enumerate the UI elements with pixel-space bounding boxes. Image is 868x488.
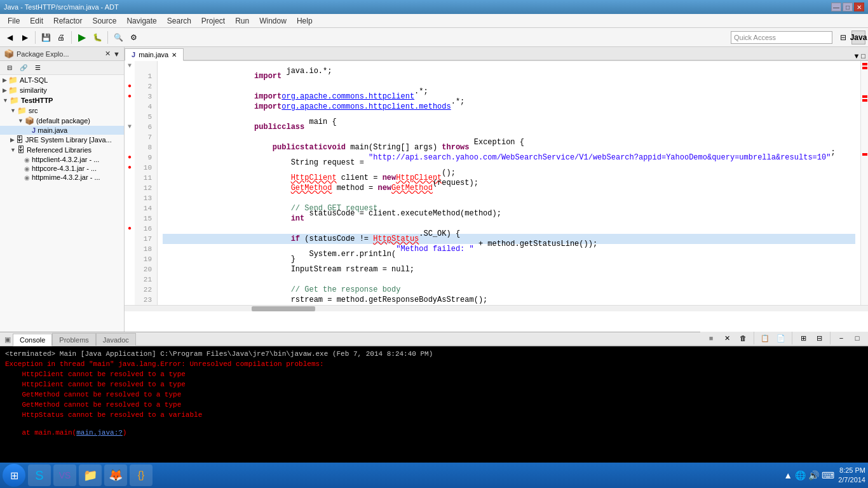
folder-icon-similarity: 📁 [8, 86, 18, 95]
sys-tray: ▲ 🌐 🔊 ⌨ [783, 470, 834, 480]
code-lines[interactable]: import java.io.*; import org.apache.comm… [158, 61, 860, 305]
code-line-2 [163, 81, 855, 92]
menu-source[interactable]: Source [87, 15, 121, 27]
editor-maximize-icon[interactable]: □ [861, 52, 865, 60]
tree-arrow-src: ▼ [10, 107, 16, 114]
menu-run[interactable]: Run [230, 15, 254, 27]
network-icon[interactable]: 🌐 [795, 470, 806, 480]
editor-tab-mainjava[interactable]: J main.java ✕ [125, 48, 184, 61]
code-editor[interactable]: ▼ ● ● ▼ ● ● ● [125, 61, 868, 332]
search-button[interactable]: 🔍 [111, 30, 125, 44]
taskbar-file-manager[interactable]: 📁 [79, 464, 102, 486]
h-scrollbar-thumb[interactable] [252, 306, 315, 311]
windows-logo-icon: ⊞ [10, 470, 18, 482]
menu-project[interactable]: Project [196, 15, 230, 27]
console-view2[interactable]: ⊟ [812, 331, 826, 345]
volume-icon[interactable]: 🔊 [808, 470, 819, 480]
margin-indicator-4 [862, 99, 867, 102]
console-output[interactable]: <terminated> Main [Java Application] C:\… [0, 346, 868, 478]
h-scrollbar[interactable] [125, 305, 868, 311]
console-stop-icon[interactable]: ■ [704, 331, 718, 345]
print-button[interactable]: 🖨 [54, 30, 68, 44]
tree-item-default-package[interactable]: ▼ 📦 (default package) [0, 116, 124, 126]
clock-date: 2/7/2014 [838, 475, 865, 485]
bottom-tab-problems[interactable]: Problems [52, 333, 95, 346]
perspective-button[interactable]: ⊟ [836, 30, 850, 44]
menu-search[interactable]: Search [162, 15, 196, 27]
java-button[interactable]: Java [851, 30, 865, 44]
pe-collapse-all[interactable]: ⊟ [3, 61, 17, 75]
start-button[interactable]: ⊞ [3, 464, 25, 487]
run-button[interactable]: ▶ [75, 30, 89, 44]
menu-refactor[interactable]: Refactor [48, 15, 87, 27]
tree-item-jar2[interactable]: ◉ httpcore-4.3.1.jar - ... [0, 164, 124, 173]
gutter-collapse-1[interactable]: ▼ [125, 61, 135, 71]
tree-arrow-jre: ▶ [10, 137, 15, 143]
firefox-icon: 🦊 [109, 468, 123, 482]
console-icon: ▣ [3, 333, 13, 346]
pe-menu-icon[interactable]: ▼ [113, 50, 120, 58]
bottom-minimize[interactable]: − [834, 331, 848, 345]
jar-icon-1: ◉ [24, 156, 30, 163]
taskbar-brackets[interactable]: {} [130, 464, 153, 486]
pe-link-editor[interactable]: 🔗 [17, 61, 31, 75]
toolbar-separator-2 [71, 31, 72, 44]
skype-icon: S [35, 468, 43, 483]
taskbar-firefox[interactable]: 🦊 [104, 464, 127, 486]
keyboard-icon[interactable]: ⌨ [822, 470, 834, 480]
tab-close-icon[interactable]: ✕ [172, 51, 177, 58]
code-line-3: import org.apache.commons.httpclient.*; [163, 92, 855, 102]
package-explorer: 📦 Package Explo... ✕ ▼ ⊟ 🔗 ☰ ▶ 📁 ALT-SQL… [0, 47, 125, 332]
console-clear-icon[interactable]: 🗑 [736, 331, 750, 345]
line-numbers: 1 2 3 4 5 6 7 8 9 10 11 12 13 14 15 16 1 [135, 61, 158, 305]
taskbar-visual-studio[interactable]: VS [53, 464, 76, 486]
menu-navigate[interactable]: Navigate [121, 15, 161, 27]
tree-item-testhttp[interactable]: ▼ 📁 TestHTTP [0, 95, 124, 105]
tree-item-src[interactable]: ▼ 📁 src [0, 105, 124, 116]
tree-item-jre[interactable]: ▶ 🗄 JRE System Library [Java... [0, 135, 124, 145]
tree-label-similarity: similarity [20, 86, 47, 94]
menu-edit[interactable]: Edit [25, 15, 48, 27]
code-line-15: int statusCode = client.executeMethod(me… [163, 214, 855, 224]
menu-file[interactable]: File [3, 15, 25, 27]
save-button[interactable]: 💾 [39, 30, 53, 44]
bottom-tab-console[interactable]: Console [13, 334, 52, 346]
console-props-icon[interactable]: 📄 [774, 331, 788, 345]
menu-window[interactable]: Window [254, 15, 292, 27]
refactor-button[interactable]: ⚙ [126, 30, 140, 44]
tree-item-mainjava[interactable]: J main.java [0, 126, 124, 135]
pe-menu[interactable]: ☰ [31, 61, 44, 75]
console-view1[interactable]: ⊞ [796, 331, 810, 345]
close-button[interactable]: ✕ [854, 3, 864, 11]
tree-item-similarity[interactable]: ▶ 📁 similarity [0, 85, 124, 95]
code-line-23: rstream = method.getResponseBodyAsStream… [163, 295, 855, 305]
tree-item-jar3[interactable]: ◉ httpmime-4.3.2.jar - ... [0, 173, 124, 182]
code-line-6: public class main { [163, 122, 855, 132]
back-button[interactable]: ◀ [3, 30, 17, 44]
tree-item-alt-sql[interactable]: ▶ 📁 ALT-SQL [0, 75, 124, 85]
forward-button[interactable]: ▶ [18, 30, 32, 44]
bottom-tab-javadoc[interactable]: Javadoc [96, 333, 136, 346]
ref-libs-icon: 🗄 [17, 146, 25, 154]
console-copy-icon[interactable]: 📋 [758, 331, 772, 345]
title-bar-controls[interactable]: — □ ✕ [831, 3, 864, 11]
minimize-button[interactable]: — [831, 3, 841, 11]
editor-area-menu-icon[interactable]: ▼ [853, 52, 860, 60]
tray-up-icon[interactable]: ▲ [783, 470, 792, 480]
tree-item-ref-libs[interactable]: ▼ 🗄 Referenced Libraries [0, 145, 124, 155]
bottom-tabs: ▣ Console Problems Javadoc ■ ✕ 🗑 📋 📄 ⊞ ⊟… [0, 332, 868, 346]
gutter-collapse-2[interactable]: ▼ [125, 122, 135, 132]
clock[interactable]: 8:25 PM 2/7/2014 [838, 466, 865, 485]
pe-close-icon[interactable]: ✕ [105, 50, 111, 58]
code-line-blank0 [163, 61, 855, 71]
console-terminate-icon[interactable]: ✕ [720, 331, 734, 345]
bottom-maximize[interactable]: □ [850, 331, 864, 345]
debug-button[interactable]: 🐛 [90, 30, 104, 44]
taskbar-skype[interactable]: S [28, 464, 51, 486]
code-line-5 [163, 112, 855, 122]
quick-access-box[interactable]: Quick Access [731, 31, 832, 44]
code-line-4: import org.apache.commons.httpclient.met… [163, 102, 855, 112]
tree-item-jar1[interactable]: ◉ httpclient-4.3.2.jar - ... [0, 155, 124, 164]
maximize-button[interactable]: □ [843, 3, 853, 11]
menu-help[interactable]: Help [292, 15, 318, 27]
